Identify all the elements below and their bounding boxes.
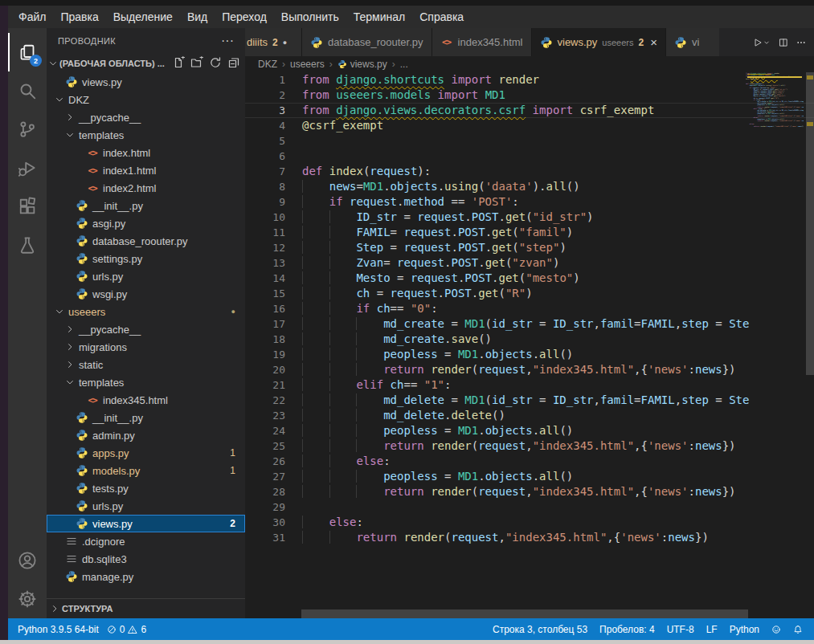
activity-testing[interactable] — [8, 226, 47, 264]
breadcrumb-item-useeers[interactable]: useeers — [290, 59, 325, 70]
run-button[interactable] — [753, 38, 771, 47]
activity-explorer[interactable]: 2 — [8, 33, 47, 71]
code-token: MD1 — [464, 317, 485, 330]
minimap[interactable]: 1from django.shortcuts import render2fro… — [746, 72, 804, 128]
tree-file--dcignore[interactable]: .dcignore — [47, 532, 245, 550]
tree-file-manage-py[interactable]: manage.py — [47, 568, 245, 585]
workspace-action-collapse-all[interactable] — [227, 56, 240, 71]
notifications-bell-button[interactable] — [793, 625, 803, 634]
activity-account[interactable] — [8, 541, 47, 580]
vertical-scrollbar[interactable] — [806, 72, 814, 618]
code-line-12: 12 Step = request.POST.get("step") — [245, 240, 814, 255]
tree-file-apps-py[interactable]: apps.py1 — [47, 444, 245, 462]
breadcrumb-item-dkz[interactable]: DKZ — [258, 59, 277, 70]
status-language[interactable]: Python — [730, 624, 759, 635]
status-python-version[interactable]: Python 3.9.5 64-bit — [18, 624, 99, 635]
code-token: : — [383, 454, 390, 467]
activity-search[interactable] — [8, 71, 47, 110]
status-cursor-position[interactable]: Строка 3, столбец 53 — [493, 624, 587, 635]
tree-file-asgi-py[interactable]: asgi.py — [47, 214, 245, 232]
status-warning-count: 6 — [141, 624, 146, 635]
tab-diiits[interactable]: diiits2● — [245, 28, 302, 56]
code-token: all — [539, 348, 559, 361]
code-line-27: 27 peopless = MD1.objects.all() — [245, 469, 814, 484]
code-token: }) — [722, 363, 736, 376]
tree-folder-templates[interactable]: templates — [47, 126, 245, 144]
status-encoding[interactable]: UTF-8 — [667, 624, 694, 635]
tree-folder--pycache-[interactable]: __pycache__ — [47, 108, 245, 126]
python-icon — [76, 287, 88, 300]
tree-file--init-py[interactable]: __init__.py — [47, 409, 245, 426]
tree-folder-migrations[interactable]: migrations — [47, 338, 245, 356]
tree-file-admin-py[interactable]: admin.py — [47, 426, 245, 444]
code-area[interactable]: 1from django.shortcuts import render2fro… — [245, 72, 814, 618]
breadcrumb-separator-icon: › — [329, 59, 333, 70]
code-token: @csrf_exempt — [302, 119, 383, 132]
vertical-scrollbar-thumb[interactable] — [806, 72, 814, 375]
tab-views[interactable]: views.pyuseeers2× — [532, 28, 666, 56]
menu-item-terminal[interactable]: Терминал — [346, 6, 412, 28]
tree-folder-templates[interactable]: templates — [47, 373, 245, 391]
tree-folder-useeers[interactable]: useeers● — [47, 303, 245, 320]
tree-file-db-sqlite3[interactable]: db.sqlite3 — [47, 550, 245, 568]
python-icon — [65, 570, 78, 583]
tree-file-urls-py[interactable]: urls.py — [47, 497, 245, 515]
workspace-action-refresh[interactable] — [209, 56, 222, 71]
status-eol[interactable]: LF — [706, 624, 718, 635]
menu-item-file[interactable]: Файл — [11, 6, 53, 28]
tree-file-views-py[interactable]: views.py — [47, 73, 245, 91]
python-icon — [76, 199, 88, 212]
workspace-action-new-folder[interactable] — [190, 56, 203, 71]
tab-index345[interactable]: <>index345.html — [432, 28, 532, 56]
workspace-action-new-file[interactable] — [172, 56, 185, 71]
tree-file-urls-py[interactable]: urls.py — [47, 267, 245, 285]
split-editor-button[interactable] — [779, 38, 788, 47]
breadcrumb-item-views-py[interactable]: views.py — [337, 59, 387, 70]
activity-settings[interactable] — [8, 580, 47, 618]
tree-file-views-py[interactable]: views.py2 — [47, 515, 245, 532]
sidebar-more-button[interactable]: ··· — [221, 34, 234, 48]
tree-file-index1-html[interactable]: <>index1.html — [47, 161, 245, 179]
code-token: return — [754, 125, 759, 127]
tree-folder--pycache-[interactable]: __pycache__ — [47, 320, 245, 338]
tree-item-label: __init__.py — [92, 200, 143, 212]
tree-folder-static[interactable]: static — [47, 356, 245, 373]
menu-item-help[interactable]: Справка — [412, 6, 471, 28]
tab-close-icon[interactable]: × — [650, 35, 657, 49]
activity-extensions[interactable] — [8, 187, 47, 226]
debug-icon — [18, 158, 37, 177]
tree-file-index345-html[interactable]: <>index345.html — [47, 391, 245, 409]
tree-folder-dkz[interactable]: DKZ — [47, 91, 245, 108]
tree-file-settings-py[interactable]: settings.py — [47, 250, 245, 267]
menu-item-view[interactable]: Вид — [180, 6, 215, 28]
tree-file-database-roouter-py[interactable]: database_roouter.py — [47, 232, 245, 250]
tree-file-index-html[interactable]: <>index.html — [47, 144, 245, 161]
tab-truncated[interactable]: vi — [666, 28, 719, 56]
tree-item-label: views.py — [82, 76, 122, 88]
activity-run-debug[interactable] — [8, 149, 47, 187]
tree-file--init-py[interactable]: __init__.py — [47, 197, 245, 214]
code-token — [424, 439, 431, 452]
outline-section-header[interactable]: СТРУКТУРА — [47, 598, 245, 618]
tab-label: vi — [692, 36, 699, 48]
horizontal-scrollbar[interactable] — [295, 609, 777, 618]
horizontal-scrollbar-thumb[interactable] — [301, 609, 748, 618]
menu-item-selection[interactable]: Выделение — [106, 6, 180, 28]
menu-item-go[interactable]: Переход — [215, 6, 274, 28]
workspace-section-header[interactable]: (РАБОЧАЯ ОБЛАСТЬ) ... — [47, 54, 245, 73]
breadcrumb-item--[interactable]: ... — [400, 59, 408, 70]
menu-item-edit[interactable]: Правка — [53, 6, 105, 28]
status-problems[interactable]: 06 — [107, 624, 146, 635]
tree-file-models-py[interactable]: models.py1 — [47, 462, 245, 479]
tree-file-tests-py[interactable]: tests.py — [47, 479, 245, 497]
feedback-button[interactable] — [771, 625, 781, 634]
code-token: = — [391, 271, 411, 284]
activity-source-control[interactable] — [8, 110, 47, 149]
tree-file-wsgi-py[interactable]: wsgi.py — [47, 285, 245, 303]
tree-file-index2-html[interactable]: <>index2.html — [47, 179, 245, 197]
code-token: ( — [512, 241, 518, 254]
tab-database-roouter[interactable]: database_roouter.py — [302, 28, 432, 56]
status-indentation[interactable]: Пробелов: 4 — [599, 624, 655, 635]
menu-item-run[interactable]: Выполнить — [274, 6, 346, 28]
more-actions-button[interactable] — [796, 38, 806, 47]
